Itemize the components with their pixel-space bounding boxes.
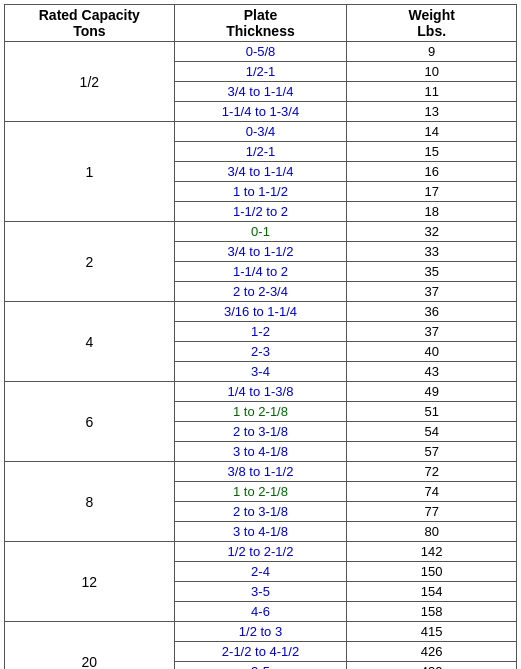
thickness-cell: 1/2 to 2-1/2 (174, 542, 347, 562)
weight-cell: 49 (347, 382, 517, 402)
thickness-cell: 2 to 2-3/4 (174, 282, 347, 302)
thickness-cell: 2 to 3-1/8 (174, 422, 347, 442)
weight-cell: 17 (347, 182, 517, 202)
table-row: 20-132 (5, 222, 517, 242)
weight-cell: 37 (347, 322, 517, 342)
thickness-cell: 1/2-1 (174, 62, 347, 82)
thickness-cell: 1/2 to 3 (174, 622, 347, 642)
thickness-cell: 2-4 (174, 562, 347, 582)
header-weight: WeightLbs. (347, 5, 517, 42)
thickness-cell: 3/4 to 1-1/4 (174, 82, 347, 102)
capacity-cell: 4 (5, 302, 175, 382)
thickness-cell: 1/2-1 (174, 142, 347, 162)
weight-cell: 80 (347, 522, 517, 542)
thickness-cell: 2-3 (174, 342, 347, 362)
table-row: 201/2 to 3415 (5, 622, 517, 642)
table-row: 10-3/414 (5, 122, 517, 142)
weight-cell: 154 (347, 582, 517, 602)
weight-cell: 13 (347, 102, 517, 122)
thickness-cell: 3/4 to 1-1/4 (174, 162, 347, 182)
weight-cell: 40 (347, 342, 517, 362)
weight-cell: 72 (347, 462, 517, 482)
thickness-cell: 0-3/4 (174, 122, 347, 142)
weight-cell: 36 (347, 302, 517, 322)
header-thickness: PlateThickness (174, 5, 347, 42)
weight-cell: 51 (347, 402, 517, 422)
thickness-cell: 3/8 to 1-1/2 (174, 462, 347, 482)
weight-cell: 18 (347, 202, 517, 222)
thickness-cell: 0-1 (174, 222, 347, 242)
table-row: 83/8 to 1-1/272 (5, 462, 517, 482)
weight-cell: 77 (347, 502, 517, 522)
thickness-cell: 1-1/2 to 2 (174, 202, 347, 222)
thickness-cell: 3-5 (174, 582, 347, 602)
thickness-cell: 3 to 4-1/8 (174, 442, 347, 462)
weight-cell: 74 (347, 482, 517, 502)
thickness-cell: 2 to 3-1/8 (174, 502, 347, 522)
weight-cell: 142 (347, 542, 517, 562)
weight-cell: 35 (347, 262, 517, 282)
weight-cell: 43 (347, 362, 517, 382)
thickness-cell: 2-1/2 to 4-1/2 (174, 642, 347, 662)
thickness-cell: 3-4 (174, 362, 347, 382)
thickness-cell: 3/4 to 1-1/2 (174, 242, 347, 262)
thickness-cell: 3 to 4-1/8 (174, 522, 347, 542)
thickness-cell: 4-6 (174, 602, 347, 622)
table-row: 43/16 to 1-1/436 (5, 302, 517, 322)
weight-cell: 11 (347, 82, 517, 102)
capacity-cell: 1/2 (5, 42, 175, 122)
capacity-cell: 12 (5, 542, 175, 622)
weight-cell: 150 (347, 562, 517, 582)
weight-cell: 37 (347, 282, 517, 302)
weight-cell: 9 (347, 42, 517, 62)
weight-cell: 14 (347, 122, 517, 142)
table-row: 121/2 to 2-1/2142 (5, 542, 517, 562)
thickness-cell: 1 to 2-1/8 (174, 402, 347, 422)
capacity-cell: 8 (5, 462, 175, 542)
capacity-cell: 2 (5, 222, 175, 302)
table-row: 61/4 to 1-3/849 (5, 382, 517, 402)
weight-cell: 415 (347, 622, 517, 642)
weight-cell: 158 (347, 602, 517, 622)
weight-cell: 16 (347, 162, 517, 182)
thickness-cell: 1 to 2-1/8 (174, 482, 347, 502)
weight-cell: 57 (347, 442, 517, 462)
capacity-cell: 1 (5, 122, 175, 222)
weight-cell: 430 (347, 662, 517, 670)
weight-cell: 33 (347, 242, 517, 262)
capacity-cell: 20 (5, 622, 175, 670)
thickness-cell: 1-1/4 to 2 (174, 262, 347, 282)
header-capacity: Rated CapacityTons (5, 5, 175, 42)
thickness-cell: 3/16 to 1-1/4 (174, 302, 347, 322)
thickness-cell: 1 to 1-1/2 (174, 182, 347, 202)
weight-cell: 32 (347, 222, 517, 242)
capacity-table: Rated CapacityTons PlateThickness Weight… (4, 4, 517, 669)
thickness-cell: 1-1/4 to 1-3/4 (174, 102, 347, 122)
weight-cell: 426 (347, 642, 517, 662)
thickness-cell: 1/4 to 1-3/8 (174, 382, 347, 402)
thickness-cell: 0-5/8 (174, 42, 347, 62)
weight-cell: 54 (347, 422, 517, 442)
thickness-cell: 1-2 (174, 322, 347, 342)
table-row: 1/20-5/89 (5, 42, 517, 62)
weight-cell: 10 (347, 62, 517, 82)
weight-cell: 15 (347, 142, 517, 162)
capacity-cell: 6 (5, 382, 175, 462)
thickness-cell: 3-5 (174, 662, 347, 670)
